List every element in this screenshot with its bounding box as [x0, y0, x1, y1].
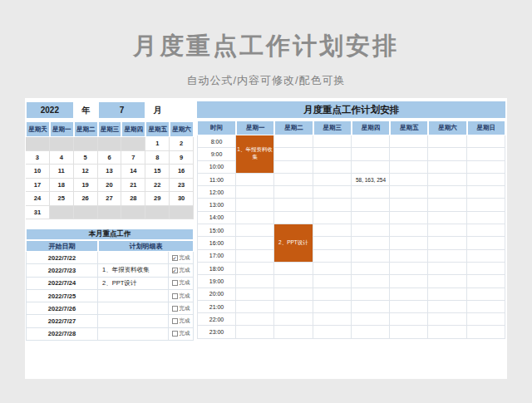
calendar-day-cell[interactable]: 2	[170, 137, 194, 151]
schedule-cell[interactable]	[236, 250, 274, 263]
task-checkbox[interactable]: ✓	[172, 255, 178, 261]
schedule-cell[interactable]	[313, 263, 352, 275]
calendar-day-cell[interactable]: 11	[50, 165, 74, 179]
schedule-cell[interactable]	[390, 199, 428, 211]
schedule-cell[interactable]	[352, 186, 390, 199]
schedule-cell[interactable]	[236, 263, 274, 275]
schedule-cell[interactable]	[390, 148, 428, 160]
schedule-cell[interactable]	[274, 161, 313, 174]
schedule-cell[interactable]	[390, 237, 428, 249]
schedule-cell[interactable]	[390, 186, 428, 199]
schedule-cell[interactable]	[390, 326, 428, 338]
schedule-cell[interactable]	[236, 237, 274, 249]
calendar-day-cell[interactable]: 29	[145, 192, 170, 206]
schedule-cell[interactable]	[236, 326, 274, 338]
task-done-cell[interactable]: 完成	[169, 278, 194, 290]
schedule-cell[interactable]	[428, 148, 466, 160]
schedule-cell[interactable]	[428, 275, 466, 288]
schedule-cell[interactable]	[467, 148, 505, 160]
schedule-cell[interactable]	[390, 301, 428, 313]
schedule-cell[interactable]	[313, 313, 352, 326]
schedule-event-block[interactable]: 2、PPT设计	[274, 224, 312, 262]
schedule-cell[interactable]	[313, 288, 352, 301]
task-plan-text[interactable]	[98, 302, 169, 315]
schedule-cell[interactable]	[467, 288, 505, 301]
task-done-cell[interactable]: 完成	[169, 315, 194, 327]
calendar-day-cell[interactable]: 3	[26, 151, 50, 165]
schedule-event-block[interactable]: 1、年报资料收集	[236, 135, 273, 173]
calendar-day-cell[interactable]: 25	[50, 192, 74, 206]
schedule-cell[interactable]	[313, 161, 352, 174]
schedule-cell[interactable]	[467, 186, 505, 199]
schedule-cell[interactable]	[313, 148, 352, 160]
task-start-date[interactable]: 2022/7/28	[26, 328, 98, 341]
calendar-day-cell[interactable]: 14	[121, 165, 145, 179]
schedule-cell[interactable]	[352, 301, 390, 313]
calendar-day-cell[interactable]: 4	[50, 151, 74, 165]
schedule-cell[interactable]	[467, 237, 505, 249]
task-plan-text[interactable]	[98, 290, 169, 302]
schedule-cell[interactable]	[428, 161, 466, 174]
schedule-cell[interactable]	[390, 263, 428, 275]
task-start-date[interactable]: 2022/7/22	[26, 252, 98, 264]
schedule-cell[interactable]	[274, 288, 313, 301]
schedule-cell[interactable]	[313, 174, 352, 186]
schedule-cell[interactable]	[313, 250, 352, 263]
schedule-cell[interactable]	[352, 313, 390, 326]
calendar-day-cell[interactable]: 15	[145, 165, 170, 179]
schedule-cell[interactable]	[467, 313, 505, 326]
schedule-cell[interactable]	[467, 135, 505, 148]
schedule-cell[interactable]	[236, 301, 274, 313]
schedule-cell[interactable]	[467, 161, 505, 174]
schedule-cell[interactable]	[428, 288, 466, 301]
schedule-cell[interactable]	[236, 275, 274, 288]
calendar-day-cell[interactable]: 21	[121, 179, 145, 193]
schedule-cell[interactable]	[428, 301, 466, 313]
schedule-cell[interactable]	[428, 199, 466, 211]
calendar-day-cell[interactable]: 24	[26, 192, 50, 206]
schedule-cell[interactable]	[313, 326, 352, 338]
schedule-cell[interactable]	[390, 250, 428, 263]
schedule-cell[interactable]	[274, 199, 313, 211]
schedule-cell[interactable]	[352, 288, 390, 301]
schedule-cell[interactable]	[313, 301, 352, 313]
calendar-day-cell[interactable]: 5	[74, 151, 98, 165]
schedule-cell[interactable]	[274, 148, 313, 160]
calendar-day-cell[interactable]: 26	[74, 192, 98, 206]
calendar-day-cell[interactable]: 16	[170, 165, 194, 179]
schedule-cell[interactable]	[352, 326, 390, 338]
schedule-cell[interactable]	[313, 199, 352, 211]
schedule-cell[interactable]	[390, 224, 428, 237]
task-plan-text[interactable]	[98, 328, 169, 341]
schedule-cell[interactable]	[352, 275, 390, 288]
schedule-cell[interactable]	[313, 212, 352, 224]
calendar-day-cell[interactable]: 6	[98, 151, 122, 165]
task-plan-text[interactable]: 2、PPT设计	[98, 278, 169, 290]
calendar-day-cell[interactable]: 12	[74, 165, 98, 179]
schedule-cell[interactable]	[467, 224, 505, 237]
task-checkbox[interactable]: ✓	[172, 268, 178, 273]
schedule-cell[interactable]	[467, 326, 505, 338]
schedule-cell[interactable]	[390, 161, 428, 174]
schedule-cell[interactable]	[352, 161, 390, 174]
calendar-day-cell[interactable]: 13	[98, 165, 122, 179]
schedule-cell[interactable]	[428, 186, 466, 199]
schedule-cell[interactable]	[428, 326, 466, 338]
calendar-day-cell[interactable]: 8	[145, 151, 170, 165]
schedule-cell[interactable]	[467, 174, 505, 186]
calendar-day-cell[interactable]: 7	[121, 151, 145, 165]
schedule-cell[interactable]	[236, 288, 274, 301]
schedule-cell[interactable]	[274, 313, 313, 326]
schedule-cell[interactable]	[428, 212, 466, 224]
task-checkbox[interactable]	[172, 280, 178, 286]
schedule-cell[interactable]	[467, 275, 505, 288]
calendar-day-cell[interactable]: 31	[26, 206, 50, 220]
schedule-cell[interactable]	[467, 263, 505, 275]
task-done-cell[interactable]: 完成	[169, 302, 194, 315]
schedule-cell[interactable]	[352, 212, 390, 224]
schedule-cell[interactable]	[390, 212, 428, 224]
schedule-cell[interactable]	[313, 237, 352, 249]
schedule-cell[interactable]	[236, 174, 274, 186]
month-value-cell[interactable]: 7	[98, 101, 146, 119]
task-start-date[interactable]: 2022/7/27	[26, 315, 98, 327]
